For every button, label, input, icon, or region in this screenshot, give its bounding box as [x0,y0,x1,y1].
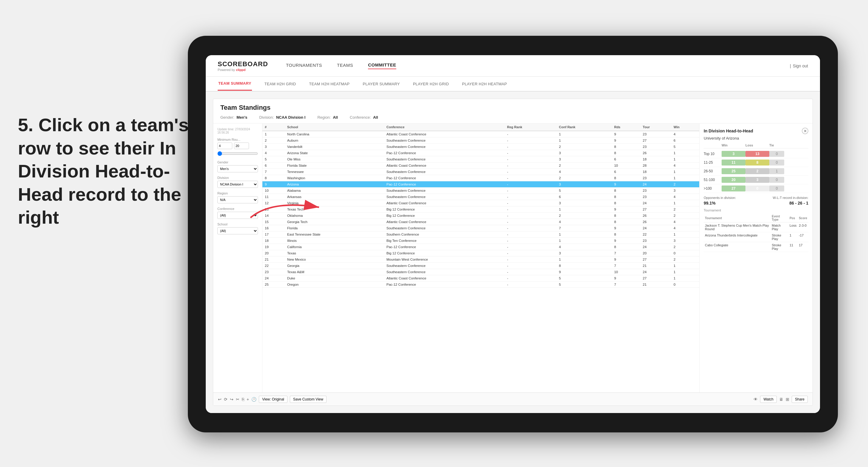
cell-rank: 15 [262,219,285,225]
filter-max-input[interactable] [234,143,249,149]
cell-reg-rank: - [505,144,557,150]
cell-reg-rank: - [505,263,557,269]
cell-rank: 5 [262,156,285,162]
filter-rou-slider[interactable] [217,151,258,156]
t-col-name: Tournament [704,214,771,222]
filter-school-select[interactable]: (All) [217,227,258,235]
panel-header: Team Standings Gender: Men's Division: N… [213,99,812,123]
sign-out-label[interactable]: Sign out [793,64,808,68]
cell-win: 1 [671,150,699,156]
cell-school: East Tennessee State [285,231,384,238]
subnav-team-h2h-heatmap[interactable]: TEAM H2H HEATMAP [308,77,350,90]
cell-reg-rank: - [505,269,557,275]
cell-tour: 23 [641,131,671,137]
table-row[interactable]: 21 New Mexico Mountain West Conference -… [262,256,699,263]
table-row[interactable]: 25 Oregon Pac-12 Conference - 5 7 21 0 [262,281,699,288]
cell-conf-rank: 2 [557,162,612,169]
nav-teams[interactable]: TEAMS [337,63,353,69]
subnav-player-h2h-grid[interactable]: PLAYER H2H GRID [412,77,450,90]
h2h-panel: In Division Head-to-Head ✕ University of… [699,123,812,393]
cell-school: Arizona State [285,150,384,156]
cell-school: Duke [285,275,384,281]
table-row[interactable]: 20 Texas Big 12 Conference - 3 7 20 0 [262,250,699,256]
table-row[interactable]: 18 Illinois Big Ten Conference - 1 9 23 … [262,238,699,244]
table-row[interactable]: 5 Ole Miss Southeastern Conference - 3 6… [262,156,699,162]
undo-icon[interactable]: ↩ [218,397,221,402]
nav-committee[interactable]: COMMITTEE [368,62,396,69]
eye-icon[interactable]: 👁 [753,397,758,402]
cell-reg-rank: - [505,225,557,231]
cell-tour: 20 [641,250,671,256]
filter-conference-select[interactable]: (All) [217,212,258,219]
save-custom-view-button[interactable]: Save Custom View [290,396,327,403]
tournament-row[interactable]: Arizona Thunderbirds Intercollegiate Str… [704,232,808,242]
cell-rank: 12 [262,200,285,206]
table-row[interactable]: 13 Texas Tech Big 12 Conference - 1 9 27… [262,206,699,213]
table-row[interactable]: 2 Auburn Southeastern Conference - 1 9 2… [262,137,699,144]
cell-rank: 1 [262,131,285,137]
cell-conference: Southeastern Conference [384,137,505,144]
table-row[interactable]: 14 Oklahoma Big 12 Conference - 2 8 26 2 [262,213,699,219]
view-original-button[interactable]: View: Original [259,396,287,403]
cell-win: 6 [671,137,699,144]
table-row[interactable]: 12 Virginia Atlantic Coast Conference - … [262,200,699,206]
h2h-close-button[interactable]: ✕ [802,128,808,134]
subnav-team-h2h-grid[interactable]: TEAM H2H GRID [264,77,297,90]
table-row[interactable]: 24 Duke Atlantic Coast Conference - 5 9 … [262,275,699,281]
table-row[interactable]: 17 East Tennessee State Southern Confere… [262,231,699,238]
clock-icon[interactable]: 🕐 [251,397,256,402]
h2h-grid-row: 51-100 20 3 0 [704,176,808,184]
copy-icon[interactable]: ⎘ [242,397,244,402]
sign-out-button[interactable]: | Sign out [790,64,808,68]
cell-conf-rank: 5 [557,281,612,288]
subnav-player-summary[interactable]: PLAYER SUMMARY [362,77,400,90]
table-row[interactable]: 22 Georgia Southeastern Conference - 8 7… [262,263,699,269]
grid-icon[interactable]: ⊞ [786,397,789,402]
cell-conf-rank: 1 [557,137,612,144]
h2h-win: 11 [722,160,745,165]
filter-division-select[interactable]: NCAA Division I [217,181,258,188]
scissors-icon[interactable]: ✂ [236,397,240,402]
table-row[interactable]: 23 Texas A&M Southeastern Conference - 9… [262,269,699,275]
watch-button[interactable]: Watch [760,396,777,403]
cell-school: Alabama [285,188,384,194]
table-row[interactable]: 3 Vanderbilt Southeastern Conference - 2… [262,144,699,150]
filter-min-input[interactable] [217,143,232,149]
filter-region-label: Region [217,191,258,195]
h2h-col-win: Win [722,144,745,147]
table-row[interactable]: 16 Florida Southeastern Conference - 7 9… [262,225,699,231]
subnav-player-h2h-heatmap[interactable]: PLAYER H2H HEATMAP [461,77,507,90]
table-row[interactable]: 19 California Pac-12 Conference - 4 8 24… [262,244,699,250]
table-row[interactable]: 10 Alabama Southeastern Conference - 5 8… [262,188,699,194]
cell-rds: 8 [612,200,641,206]
table-row[interactable]: 15 Georgia Tech Atlantic Coast Conferenc… [262,219,699,225]
cell-rank: 14 [262,213,285,219]
cell-reg-rank: - [505,181,557,188]
cell-conference: Pac-12 Conference [384,244,505,250]
redo-step-icon[interactable]: ⟳ [224,397,227,402]
nav-tournaments[interactable]: TOURNAMENTS [286,63,322,69]
table-row[interactable]: 7 Tennessee Southeastern Conference - 4 … [262,169,699,175]
monitor-icon[interactable]: 🖥 [779,397,783,402]
filter-gender-select[interactable]: Men's [217,165,258,173]
table-row[interactable]: 1 North Carolina Atlantic Coast Conferen… [262,131,699,137]
table-row[interactable]: 4 Arizona State Pac-12 Conference - 3 8 … [262,150,699,156]
add-icon[interactable]: + [247,397,249,402]
cell-conference: Big 12 Conference [384,206,505,213]
table-row[interactable]: 11 Arkansas Southeastern Conference - 6 … [262,194,699,200]
subnav-team-summary[interactable]: TEAM SUMMARY [218,77,252,91]
table-row[interactable]: 9 Arizona Pac-12 Conference - 3 9 24 2 [262,181,699,188]
cell-school: Tennessee [285,169,384,175]
share-button[interactable]: Share [792,396,808,403]
forward-icon[interactable]: ↪ [230,397,234,402]
cell-rank: 16 [262,225,285,231]
table-row[interactable]: 6 Florida State Atlantic Coast Conferenc… [262,162,699,169]
instruction-text: 5. Click on a team's row to see their In… [18,113,191,229]
cell-conf-rank: 6 [557,194,612,200]
tournament-row[interactable]: Jackson T. Stephens Cup Men's Match-Play… [704,222,808,232]
gender-label: Gender: [220,115,235,120]
tournament-row[interactable]: Cabo Collegiate Stroke Play 11 17 [704,242,808,252]
table-row[interactable]: 8 Washington Pac-12 Conference - 2 8 23 … [262,175,699,181]
filter-region-select[interactable]: N/A [217,196,258,204]
cell-rds: 7 [612,263,641,269]
